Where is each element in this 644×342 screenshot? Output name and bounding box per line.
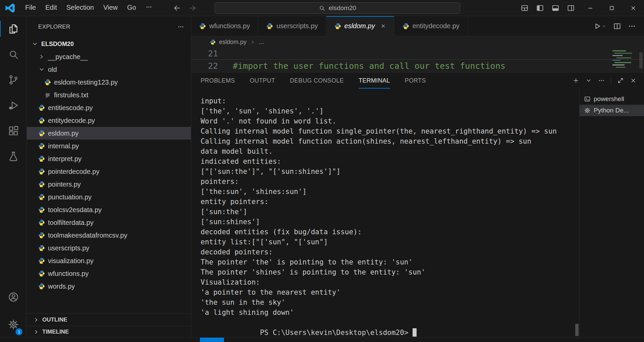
launch-profile-dropdown-button[interactable] (585, 77, 592, 84)
sidebar-section-outline[interactable]: OUTLINE (27, 313, 191, 326)
tree-item-pointers-py[interactable]: pointers.py (27, 178, 191, 191)
panel-more-actions-button[interactable] (598, 77, 605, 84)
terminal-line: 'a pointer to the nearest entity' (201, 287, 575, 297)
run-python-file-button[interactable] (593, 22, 606, 30)
more-menu-button[interactable] (141, 2, 157, 14)
tree-item-userscripts-py[interactable]: userscripts.py (27, 242, 191, 254)
close-button[interactable] (623, 0, 644, 16)
tree-item-interpret-py[interactable]: interpret.py (27, 152, 191, 165)
python-icon (38, 257, 45, 264)
sidebar-section-timeline[interactable]: TIMELINE (27, 326, 191, 337)
command-center-value: elsdom20 (329, 4, 356, 12)
arrow-left-icon[interactable] (173, 4, 181, 12)
tree-item-entitydecode-py[interactable]: entitydecode.py (27, 114, 191, 127)
panel-tab-output[interactable]: OUTPUT (250, 72, 275, 89)
code-editor[interactable]: 2122#import the user functions and call … (191, 48, 644, 72)
tree-item-words-py[interactable]: words.py (27, 280, 191, 293)
split-editor-button[interactable] (613, 22, 621, 30)
minimize-button[interactable] (580, 0, 601, 16)
layout-controls (521, 0, 575, 16)
toggle-secondary-sidebar-button[interactable] (567, 4, 575, 12)
tree-item-punctuation-py[interactable]: punctuation.py (27, 191, 191, 203)
activity-item-accounts[interactable] (0, 284, 26, 310)
workbench: 1 EXPLORER ELSDOM20 __pycache__oldesldom… (0, 16, 644, 337)
panel-tab-terminal[interactable]: TERMINAL (359, 72, 390, 89)
arrow-right-icon (189, 4, 197, 12)
tree-item-esldom-testing123-py[interactable]: esldom-testing123.py (27, 76, 191, 89)
terminal-instance-python-de[interactable]: Python De... (580, 105, 644, 116)
tree-item-visualization-py[interactable]: visualization.py (27, 254, 191, 267)
maximize-button[interactable] (601, 0, 623, 16)
status-bar-accent-item[interactable] (200, 338, 224, 342)
customize-layout-button[interactable] (521, 4, 529, 12)
tab-wfunctions-py[interactable]: wfunctions.py (191, 16, 258, 36)
code-line-22[interactable]: 22#import the user functions and call ou… (191, 60, 644, 72)
close-icon[interactable] (380, 23, 386, 29)
maximize-icon (608, 5, 615, 11)
tree-item-pointerdecode-py[interactable]: pointerdecode.py (27, 165, 191, 178)
editor-more-actions-button[interactable] (628, 22, 636, 30)
panel-tab-debug-console[interactable]: DEBUG CONSOLE (290, 72, 344, 89)
tab-label: entitydecode.py (413, 22, 460, 30)
breadcrumb[interactable]: esldom.py ... (191, 36, 644, 48)
tree-item-toolcsv2esdata-py[interactable]: toolcsv2esdata.py (27, 203, 191, 216)
tree-item-pycache[interactable]: __pycache__ (27, 50, 191, 63)
python-icon (38, 168, 45, 175)
activity-item-explorer[interactable] (0, 16, 26, 42)
terminal-instance-powershell[interactable]: powershell (580, 93, 644, 105)
new-terminal-button[interactable] (573, 77, 579, 84)
explorer-more-actions-icon[interactable] (177, 23, 184, 30)
tree-item-internal-py[interactable]: internal.py (27, 140, 191, 152)
activity-item-source-control[interactable] (0, 67, 26, 93)
gear-icon (584, 107, 591, 114)
terminal-instance-label: Python De... (594, 107, 629, 114)
command-center-search[interactable]: elsdom20 (215, 2, 460, 14)
tree-item-toolmakeesdatafromcsv-py[interactable]: toolmakeesdatafromcsv.py (27, 229, 191, 242)
menu-item-go[interactable]: Go (122, 2, 141, 14)
toggle-panel-button[interactable] (551, 4, 559, 12)
menu-item-file[interactable]: File (20, 2, 41, 14)
tree-item-label: pointerdecode.py (48, 168, 99, 176)
menu-item-view[interactable]: View (99, 2, 122, 14)
tree-item-entitiescode-py[interactable]: entitiescode.py (27, 101, 191, 114)
terminal[interactable]: input:['the', 'sun', 'shines', '.']Word … (191, 89, 575, 337)
terminal-line: ['sun:the'] (201, 207, 575, 217)
panel-header: PROBLEMSOUTPUTDEBUG CONSOLETERMINALPORTS (191, 72, 644, 89)
python-icon (44, 79, 51, 86)
python-icon (38, 130, 45, 137)
terminal-scrollbar[interactable] (575, 89, 579, 337)
panel-tab-problems[interactable]: PROBLEMS (201, 72, 235, 89)
tree-item-firstrules-txt[interactable]: firstrules.txt (27, 89, 191, 101)
tab-userscripts-py[interactable]: userscripts.py (258, 16, 326, 36)
activity-item-settings[interactable]: 1 (0, 312, 26, 337)
tree-item-label: interpret.py (48, 155, 82, 163)
panel-tab-ports[interactable]: PORTS (405, 72, 426, 89)
toggle-primary-sidebar-button[interactable] (536, 4, 544, 12)
terminal-line: The pointer 'the' is pointing to the ent… (201, 257, 575, 267)
code-line-21[interactable]: 21 (191, 48, 644, 60)
python-icon (38, 181, 45, 188)
editor-scrollbar[interactable] (639, 52, 643, 68)
close-panel-button[interactable] (630, 77, 637, 84)
activity-item-testing[interactable] (0, 144, 26, 169)
terminal-line: ['sun:shines'] (201, 217, 575, 227)
activity-item-extensions[interactable] (0, 118, 26, 144)
minimap[interactable] (611, 48, 635, 72)
activity-item-search[interactable] (0, 42, 26, 67)
tab-esldom-py[interactable]: esldom.py (326, 16, 394, 36)
tree-item-esldom-py[interactable]: esldom.py (27, 127, 191, 140)
terminal-line: 'a light shining down' (201, 307, 575, 317)
tab-entitydecode-py[interactable]: entitydecode.py (394, 16, 468, 36)
tree-item-old[interactable]: old (27, 63, 191, 76)
terminal-prompt: PS C:\Users\kevin\Desktop\elsdom20> (260, 329, 409, 337)
tree-item-root-elsdom20[interactable]: ELSDOM20 (27, 38, 191, 50)
activity-item-run-and-debug[interactable] (0, 93, 26, 118)
tree-item-toolfilterdata-py[interactable]: toolfilterdata.py (27, 216, 191, 229)
tree-item-label: userscripts.py (48, 244, 89, 252)
terminal-scrollbar-thumb[interactable] (575, 324, 579, 336)
menu-item-selection[interactable]: Selection (62, 2, 99, 14)
menu-item-edit[interactable]: Edit (41, 2, 61, 14)
tree-item-label: toolfilterdata.py (48, 219, 94, 227)
tree-item-wfunctions-py[interactable]: wfunctions.py (27, 267, 191, 280)
maximize-panel-button[interactable] (617, 77, 624, 84)
